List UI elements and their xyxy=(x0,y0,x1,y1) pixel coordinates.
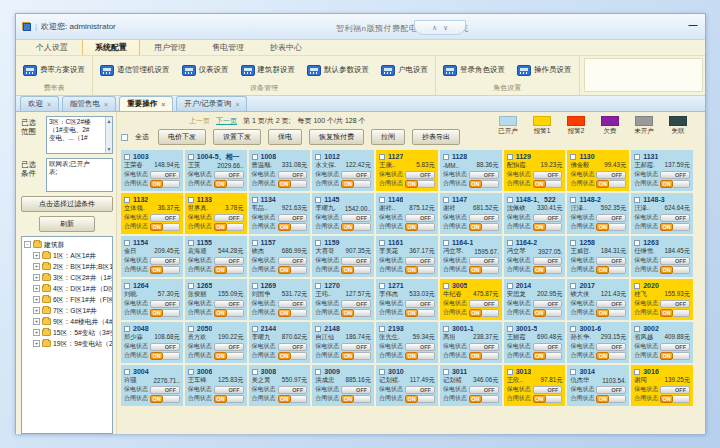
gate-state-toggle[interactable]: ON xyxy=(278,223,291,231)
power-protect-toggle[interactable]: OFF xyxy=(341,343,371,351)
doc-tab-1[interactable]: 欢迎× xyxy=(20,96,59,111)
card-checkbox[interactable] xyxy=(634,326,640,332)
gate-state-toggle[interactable]: ON xyxy=(660,180,673,188)
gate-state-toggle[interactable]: ON xyxy=(469,180,482,188)
power-protect-toggle[interactable]: OFF xyxy=(660,386,690,394)
card-checkbox[interactable] xyxy=(252,197,258,203)
gate-state-toggle[interactable]: ON xyxy=(469,352,482,360)
gate-state-toggle[interactable]: ON xyxy=(341,180,354,188)
gate-state-toggle[interactable]: ON xyxy=(150,309,163,317)
card-checkbox[interactable] xyxy=(124,369,130,375)
ribbon-button[interactable]: 默认参数设置 xyxy=(304,63,372,78)
gate-state-toggle[interactable]: ON xyxy=(405,223,418,231)
expand-expander-icon[interactable]: + xyxy=(33,296,40,303)
range-scrollbar[interactable]: ▲▼ xyxy=(105,117,112,153)
card-checkbox[interactable] xyxy=(443,369,449,375)
gate-state-toggle[interactable]: ON xyxy=(533,223,546,231)
doc-tab-3[interactable]: 重要操作× xyxy=(119,96,173,111)
card-checkbox[interactable] xyxy=(570,154,576,160)
card-checkbox[interactable] xyxy=(315,369,321,375)
gate-state-toggle[interactable]: ON xyxy=(150,180,163,188)
power-protect-toggle[interactable]: OFF xyxy=(214,300,244,308)
card-checkbox[interactable] xyxy=(443,326,449,332)
condition-listbox[interactable]: 联网表;已开户表; xyxy=(46,158,113,192)
card-checkbox[interactable] xyxy=(379,197,385,203)
card-checkbox[interactable] xyxy=(252,326,258,332)
power-protect-toggle[interactable]: OFF xyxy=(533,214,563,222)
power-protect-toggle[interactable]: OFF xyxy=(469,300,499,308)
gate-state-toggle[interactable]: ON xyxy=(533,309,546,317)
prev-page-link[interactable]: 上一页 xyxy=(189,116,210,126)
power-protect-toggle[interactable]: OFF xyxy=(405,257,435,265)
power-protect-toggle[interactable]: OFF xyxy=(533,386,563,394)
power-protect-toggle[interactable]: OFF xyxy=(533,343,563,351)
power-protect-toggle[interactable]: OFF xyxy=(278,386,308,394)
gate-state-toggle[interactable]: ON xyxy=(405,395,418,403)
toolbar-button-3[interactable]: 保电 xyxy=(268,129,302,145)
ribbon-button[interactable]: 操作员设置 xyxy=(514,63,575,78)
power-protect-toggle[interactable]: OFF xyxy=(278,343,308,351)
ribbon-tab-4[interactable]: 售电管理 xyxy=(200,40,256,55)
gate-state-toggle[interactable]: ON xyxy=(150,223,163,231)
gate-state-toggle[interactable]: ON xyxy=(596,266,609,274)
expand-expander-icon[interactable]: + xyxy=(33,340,40,347)
card-checkbox[interactable] xyxy=(315,154,321,160)
power-protect-toggle[interactable]: OFF xyxy=(150,343,180,351)
scroll-down-icon[interactable]: ▼ xyxy=(107,145,112,153)
card-checkbox[interactable] xyxy=(443,197,449,203)
power-protect-toggle[interactable]: OFF xyxy=(150,257,180,265)
power-protect-toggle[interactable]: OFF xyxy=(150,300,180,308)
card-checkbox[interactable] xyxy=(124,197,130,203)
card-checkbox[interactable] xyxy=(315,326,321,332)
card-checkbox[interactable] xyxy=(252,283,258,289)
card-checkbox[interactable] xyxy=(188,240,194,246)
power-protect-toggle[interactable]: OFF xyxy=(660,257,690,265)
card-checkbox[interactable] xyxy=(443,240,449,246)
power-protect-toggle[interactable]: OFF xyxy=(278,171,308,179)
gate-state-toggle[interactable]: ON xyxy=(150,352,163,360)
card-checkbox[interactable] xyxy=(188,369,194,375)
power-protect-toggle[interactable]: OFF xyxy=(596,257,626,265)
gate-state-toggle[interactable]: ON xyxy=(341,352,354,360)
card-checkbox[interactable] xyxy=(379,154,385,160)
gate-state-toggle[interactable]: ON xyxy=(596,180,609,188)
power-protect-toggle[interactable]: OFF xyxy=(469,257,499,265)
gate-state-toggle[interactable]: ON xyxy=(660,395,673,403)
power-protect-toggle[interactable]: OFF xyxy=(278,300,308,308)
card-checkbox[interactable] xyxy=(379,326,385,332)
gate-state-toggle[interactable]: ON xyxy=(533,352,546,360)
gate-state-toggle[interactable]: ON xyxy=(341,223,354,231)
tree-item[interactable]: +15区：5#变站（3#变... xyxy=(24,327,112,338)
tree-item[interactable]: +4区：D区1#井（D区1... xyxy=(24,283,112,294)
gate-state-toggle[interactable]: ON xyxy=(469,223,482,231)
gate-state-toggle[interactable]: ON xyxy=(405,180,418,188)
gate-state-toggle[interactable]: ON xyxy=(405,309,418,317)
gate-state-toggle[interactable]: ON xyxy=(660,223,673,231)
refresh-button[interactable]: 刷新 xyxy=(39,216,95,232)
ribbon-button[interactable]: 仪表设置 xyxy=(179,63,232,78)
ribbon-tab-5[interactable]: 抄表中心 xyxy=(258,40,314,55)
card-checkbox[interactable] xyxy=(443,283,449,289)
gate-state-toggle[interactable]: ON xyxy=(214,180,227,188)
gate-state-toggle[interactable]: ON xyxy=(214,266,227,274)
card-checkbox[interactable] xyxy=(507,197,513,203)
ribbon-tab-2[interactable]: 系统配置 xyxy=(82,39,140,55)
card-checkbox[interactable] xyxy=(252,154,258,160)
card-checkbox[interactable] xyxy=(379,240,385,246)
chevron-down-icon[interactable]: ∨ xyxy=(443,24,448,32)
power-protect-toggle[interactable]: OFF xyxy=(469,171,499,179)
power-protect-toggle[interactable]: OFF xyxy=(533,257,563,265)
tree-item[interactable]: +3区：C区2#井（1#变... xyxy=(24,272,112,283)
card-checkbox[interactable] xyxy=(188,154,194,160)
doc-tab-2[interactable]: 能管售电× xyxy=(62,96,116,111)
ribbon-button[interactable]: 费率方案设置 xyxy=(20,63,88,78)
power-protect-toggle[interactable]: OFF xyxy=(278,257,308,265)
expand-expander-icon[interactable]: + xyxy=(33,285,40,292)
card-checkbox[interactable] xyxy=(507,283,513,289)
close-icon[interactable]: × xyxy=(235,101,239,108)
collapse-expander-icon[interactable]: - xyxy=(24,241,31,248)
card-checkbox[interactable] xyxy=(124,240,130,246)
card-checkbox[interactable] xyxy=(188,197,194,203)
tree-item[interactable]: +9区：4#楼电井（4#楼... xyxy=(24,316,112,327)
gate-state-toggle[interactable]: ON xyxy=(533,180,546,188)
